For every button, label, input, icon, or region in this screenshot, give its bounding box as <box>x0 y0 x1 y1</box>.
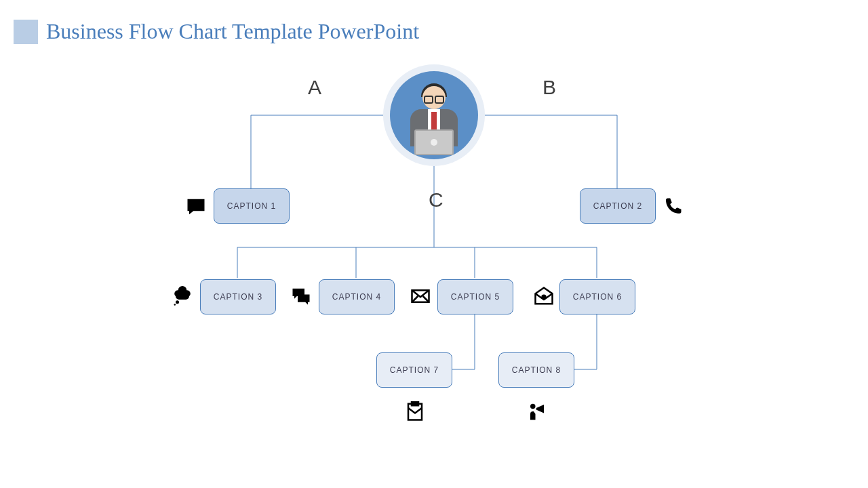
svg-point-12 <box>530 404 536 409</box>
svg-point-6 <box>176 300 179 304</box>
thought-bubble-icon <box>171 285 194 308</box>
svg-rect-11 <box>412 402 418 405</box>
caption-box-4: CAPTION 4 <box>319 279 395 314</box>
megaphone-person-icon <box>526 400 549 423</box>
caption-box-2: CAPTION 2 <box>580 188 656 224</box>
caption-box-3: CAPTION 3 <box>200 279 276 314</box>
envelope-icon <box>409 285 432 308</box>
branch-label-b: B <box>542 76 556 99</box>
caption-box-1: CAPTION 1 <box>214 188 290 224</box>
caption-box-5: CAPTION 5 <box>437 279 513 314</box>
speech-bubble-icon <box>184 195 208 218</box>
svg-point-9 <box>542 296 546 299</box>
caption-box-8: CAPTION 8 <box>498 352 574 388</box>
phone-icon <box>661 195 684 218</box>
chat-bubbles-icon <box>290 285 313 308</box>
clipboard-mail-icon <box>403 400 427 423</box>
businessman-icon <box>390 71 478 159</box>
branch-label-a: A <box>308 76 321 99</box>
root-avatar <box>383 64 485 166</box>
open-envelope-icon <box>532 285 555 308</box>
svg-point-7 <box>174 304 176 306</box>
branch-label-c: C <box>429 188 443 211</box>
caption-box-6: CAPTION 6 <box>559 279 635 314</box>
caption-box-7: CAPTION 7 <box>376 352 452 388</box>
